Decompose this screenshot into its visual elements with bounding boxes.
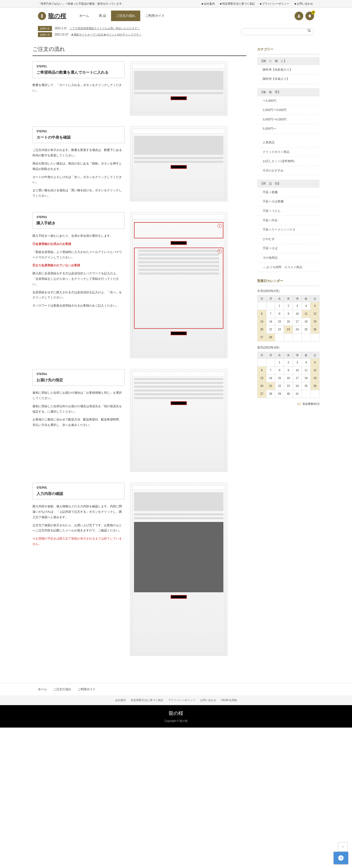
cal-day: 22 [275, 326, 284, 334]
svg-rect-0 [41, 14, 42, 18]
nav-home[interactable]: ホーム [75, 10, 94, 21]
topbar-link[interactable]: ■ 会社案内 [200, 2, 216, 5]
step-text: 会員登録をせずに購入される方は必須項目を記入の上、「次へ」をクリックしてください… [32, 290, 124, 301]
cat-link[interactable]: 贈答用【化粧箱入り】 [263, 68, 292, 71]
footer-sub-link[interactable]: 特定商取引法に基づく表記 [131, 698, 163, 703]
cal-day: 5 [311, 359, 320, 366]
step-warning: ※お買物の手続きは購入完了画面が表示されるまでは終了していません。 [32, 536, 124, 547]
cat-link[interactable]: 3,000円〜5,000円 [263, 118, 287, 121]
cal-day: 18 [302, 374, 311, 382]
topbar-link[interactable]: ■ 特定商取引法に基づく表記 [219, 2, 256, 5]
cal-day: 25 [302, 382, 311, 390]
footer-nav-link[interactable]: ホーム [38, 687, 47, 692]
step-02: STEP02. カートの中身を確認 ご注文内容が表示されます。数量を変更する場合… [32, 126, 246, 201]
cal-day: 8 [275, 310, 284, 318]
cal-day: 11 [302, 310, 311, 318]
cal-day [293, 334, 302, 341]
cat-link[interactable]: お試しセット(送料無料) [263, 159, 294, 163]
news-link[interactable]: ニアサ度築地博通販サイトでもお買い求めいただけます！ [69, 26, 140, 31]
cat-link[interactable]: 手延べうどん [263, 209, 281, 212]
step-03: STEP03. 購入手続き 購入手続きへ進むにあたり、会員か非会員の選択をします… [32, 212, 246, 358]
step-text: 購入手続きへ進むにあたり、会員か非会員の選択をします。 [32, 233, 124, 239]
nav-guide[interactable]: ご利用ガイド [140, 10, 170, 21]
footer-sub: 会社案内 特定商取引法に基づく表記 プライバシーポリシー お問い合わせ FAX申… [0, 695, 352, 705]
logo[interactable]: 龍の桜 [38, 11, 66, 21]
cat-link[interactable]: 人気商品 [263, 141, 274, 144]
page-title: ご注文の流れ [32, 44, 246, 56]
cat-item: 5,000円〜 [257, 124, 320, 134]
cal-day [284, 334, 293, 341]
cat-link[interactable]: 手延べそば [263, 247, 277, 250]
cat-link[interactable]: ひやむぎ [263, 237, 274, 241]
news-label: お知らせ [38, 26, 52, 31]
news-link[interactable]: ★通販サイトオープン記念★ポイントupのチャンスです！ [71, 32, 142, 37]
cal-day: 28 [266, 390, 275, 398]
cat-link[interactable]: 手延べ半生 [263, 219, 277, 222]
cal-day: 24 [293, 382, 302, 390]
nav-products[interactable]: 商 品 [94, 10, 111, 21]
footer-sub-link[interactable]: プライバシーポリシー [168, 698, 195, 703]
cal-day [258, 302, 266, 310]
nav-order-flow[interactable]: ご注文の流れ [111, 10, 140, 21]
step-subhead: ②まだ会員登録されていないお客様 [32, 263, 124, 268]
logo-icon [38, 12, 46, 20]
cat-header: 【商 品 別】 [257, 180, 320, 188]
sidebar: カテゴリー 【贈 り 物 に】贈答用【化粧箱入り】贈答用【木箱入り】【価 格 帯… [257, 44, 320, 667]
cat-item: — おうち時間 オススメ商品 [257, 263, 320, 272]
cal-day: 7 [266, 310, 275, 318]
cal-day: 8 [275, 366, 284, 374]
cat-link[interactable]: 2,000円〜3,000円 [263, 108, 287, 112]
footer-nav-link[interactable]: ご注文の流れ [53, 687, 71, 692]
cal-day: 23 [284, 326, 293, 334]
search-icon[interactable] [307, 29, 311, 34]
topbar-link[interactable]: ■ プライバシーポリシー [259, 2, 291, 5]
step-text: 数量を選択して、「カートに入れる」ボタンをクリックしてください。 [32, 83, 124, 93]
footer-nav-link[interactable]: ご利用ガイド [78, 687, 95, 692]
account-icon[interactable] [295, 12, 303, 20]
cat-link[interactable]: 5,000円〜 [263, 127, 276, 130]
step-screenshot [130, 369, 228, 472]
cal-day: 6 [258, 310, 266, 318]
brand-text: 龍の桜 [48, 11, 66, 21]
cal-day: 4 [302, 359, 311, 366]
cat-link[interactable]: 手延べそば素麺 [263, 200, 284, 203]
cal-day: 13 [258, 374, 266, 382]
footer-sub-link[interactable]: FAX申込用紙 [221, 698, 237, 703]
footer-brand-text: 龍の桜 [0, 709, 352, 717]
cat-link[interactable]: 贈答用【木箱入り】 [263, 77, 289, 80]
cal-day: 13 [258, 318, 266, 326]
cal-day: 26 [311, 326, 320, 334]
cat-link[interactable]: クリックポスト商品 [263, 150, 289, 153]
footer-sub-link[interactable]: お問い合わせ [200, 698, 216, 703]
step-card: STEP05. 入力内容の確認 [32, 483, 124, 499]
cat-link[interactable]: 〜2,000円 [263, 99, 276, 102]
step-text: 購入内容や金額、個人情報などの入力内容を確認します。内容に間違いがなければ、「上… [32, 504, 124, 520]
cat-item: 手延べうどん [257, 207, 320, 216]
content: ご注文の流れ STEP01. ご希望商品の数量を選んでカートに入れる 数量を選択… [32, 44, 246, 667]
cat-item: その他商品 [257, 253, 320, 263]
cat-link[interactable]: その他商品 [263, 256, 277, 259]
cat-item: 手延べ半生 [257, 216, 320, 225]
cal-day: 3 [293, 302, 302, 310]
cat-link[interactable]: 今月のおすすめ [263, 169, 284, 172]
cat-link[interactable]: — おうち時間 オススメ商品 [263, 266, 302, 269]
step-num: STEP05. [36, 486, 120, 490]
step-screenshot [130, 126, 228, 201]
footer-sub-link[interactable]: 会社案内 [115, 698, 126, 703]
news-item: お知らせ 2021.12.27 ★通販サイトオープン記念★ポイントupのチャンス… [38, 32, 236, 37]
step-text: 「新規会員登録」より登録時に入力されたメールアドレスとパスワードでログインしてく… [32, 249, 124, 260]
cat-header: 【価 格 帯】 [257, 88, 320, 96]
topbar-link[interactable]: ■ お問い合わせ [293, 2, 314, 5]
cal-day: 20 [258, 326, 266, 334]
cat-item: 手延べそば素麺 [257, 197, 320, 207]
cal-legend: ( 発送業務休日) [257, 402, 320, 406]
search-input[interactable] [244, 30, 307, 33]
cart-icon[interactable]: 0 [305, 12, 314, 20]
svg-point-1 [298, 14, 299, 16]
cat-link[interactable]: 手延べ素麺 [263, 190, 277, 194]
cat-link[interactable]: 手延べラーメン／パスタ [263, 228, 295, 231]
step-04: STEP04. お届け先の指定 最初に登録した住所にお届けの場合は「お客様情報と… [32, 369, 246, 472]
cal-day: 12 [311, 310, 320, 318]
step-num: STEP02. [36, 129, 120, 134]
news-item: お知らせ 2022.1.21 ニアサ度築地博通販サイトでもお買い求めいただけます… [38, 26, 236, 31]
